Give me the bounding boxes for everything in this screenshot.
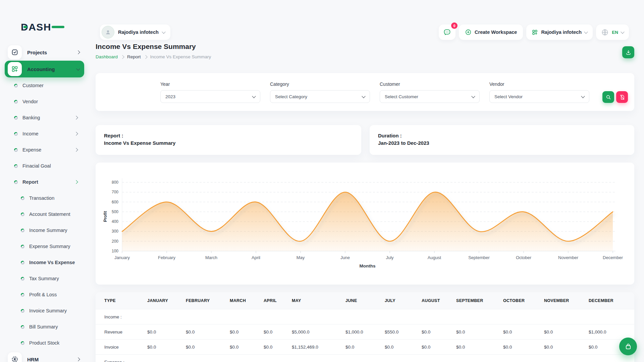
sidebar-item-tax-summary[interactable]: Tax Summary — [0, 270, 89, 287]
table-cell: $550.0 — [385, 329, 422, 335]
store-fab-button[interactable] — [619, 338, 637, 355]
sidebar-item-vendor[interactable]: Vendor — [0, 94, 89, 110]
language-selector[interactable]: EN — [596, 24, 629, 40]
sidebar-item-banking[interactable]: Banking — [0, 110, 89, 126]
table-cell: $1,152,469.0 — [292, 345, 345, 350]
year-select-value: 2023 — [165, 94, 175, 99]
duration-card-title: Duration : — [378, 132, 626, 139]
globe-icon — [601, 28, 609, 36]
svg-text:100: 100 — [112, 249, 118, 253]
sidebar-item-label: Projects — [27, 50, 47, 55]
table-cell: $0.0 — [503, 345, 544, 350]
sidebar-item-label: Accounting — [27, 66, 55, 72]
sidebar-item-finacial-goal[interactable]: Finacial Goal — [0, 158, 89, 174]
messages-badge: 0 — [451, 22, 458, 29]
table-cell: $0.0 — [147, 345, 186, 350]
sidebar-item-account-statement[interactable]: Account Statement — [0, 206, 89, 222]
messages-button[interactable]: 0 — [439, 24, 455, 40]
main-content: Rajodiya infotech 0 Create Workspace — [96, 0, 634, 362]
sidebar-item-expense-summary[interactable]: Expense Summary — [0, 238, 89, 254]
income-expense-table: TYPEJANUARYFEBRUARYMARCHAPRILMAYJUNEJULY… — [96, 292, 634, 362]
workspace-selector[interactable]: Rajodiya infotech — [100, 24, 170, 40]
category-select[interactable]: Select Category — [270, 90, 370, 103]
sidebar-item-customer[interactable]: Customer — [0, 77, 89, 94]
sidebar-item-report[interactable]: Report — [0, 174, 89, 190]
table-cell: $0.0 — [503, 329, 544, 335]
sidebar-item-label: Customer — [22, 83, 44, 88]
sidebar-item-label: Invoice Summary — [29, 308, 67, 313]
sidebar-item-expense[interactable]: Expense — [0, 142, 89, 158]
svg-text:September: September — [468, 255, 490, 260]
report-card-value: Income Vs Expense Summary — [104, 139, 353, 147]
download-button[interactable] — [622, 46, 634, 58]
table-cell: $0.0 — [186, 329, 230, 335]
sidebar-item-projects[interactable]: Projects — [5, 44, 84, 61]
table-row-label: Invoice — [104, 345, 147, 350]
chevron-right-icon — [144, 55, 147, 59]
sidebar-item-label: Tax Summary — [29, 276, 59, 281]
filter-card: Year 2023 Category Select Category Custo… — [96, 73, 634, 111]
svg-text:300: 300 — [112, 229, 118, 234]
company-selector[interactable]: Rajodiya infotech — [526, 24, 593, 40]
sidebar-item-profit-and-loss[interactable]: Profit & Loss — [0, 287, 89, 303]
create-workspace-label: Create Workspace — [475, 29, 517, 35]
apply-filter-button[interactable] — [602, 91, 614, 103]
checkbox-icon — [8, 45, 22, 59]
report-card-title: Report : — [104, 132, 353, 139]
sidebar-item-product-stock[interactable]: Product Stock — [0, 335, 89, 351]
bullet-icon — [21, 325, 24, 329]
bullet-icon — [21, 196, 24, 200]
create-workspace-button[interactable]: Create Workspace — [459, 24, 523, 40]
svg-text:May: May — [297, 255, 305, 260]
table-header-cell: OCTOBER — [503, 298, 544, 303]
sidebar-item-bill-summary[interactable]: Bill Summary — [0, 319, 89, 335]
chevron-down-icon — [76, 67, 80, 70]
sidebar-item-income[interactable]: Income — [0, 126, 89, 142]
sidebar-item-label: HRM — [27, 357, 39, 362]
breadcrumb-dashboard[interactable]: Dashboard — [96, 54, 118, 59]
chevron-down-icon — [162, 30, 165, 34]
sidebar: DASH Projects Accoun — [0, 0, 89, 362]
chevron-right-icon — [74, 180, 78, 184]
sidebar-item-invoice-summary[interactable]: Invoice Summary — [0, 303, 89, 319]
table-row: Income : — [96, 309, 634, 324]
sidebar-item-label: Product Stock — [29, 340, 59, 346]
sidebar-item-income-vs-expense[interactable]: Income Vs Expense — [0, 254, 89, 270]
svg-text:June: June — [340, 255, 350, 260]
grid-plus-icon — [532, 29, 538, 36]
bullet-icon — [21, 309, 24, 313]
language-code: EN — [612, 30, 618, 35]
bullet-icon — [21, 213, 24, 216]
app-logo[interactable]: DASH — [21, 21, 65, 34]
sidebar-item-transaction[interactable]: Transaction — [0, 190, 89, 206]
year-select[interactable]: 2023 — [160, 90, 260, 103]
table-cell: $0.0 — [230, 329, 264, 335]
customer-select[interactable]: Select Customer — [380, 90, 480, 103]
chevron-right-icon — [74, 148, 78, 152]
breadcrumb-report[interactable]: Report — [127, 54, 141, 59]
sidebar-item-label: Account Statement — [29, 212, 70, 217]
sidebar-item-hrm[interactable]: HRM — [5, 351, 84, 362]
table-row-label: Expense : — [104, 360, 147, 362]
profit-area-chart: 100200300400500600700800JanuaryFebruaryM… — [96, 163, 634, 285]
table-cell: $0.0 — [264, 345, 292, 350]
table-header-cell: MAY — [292, 298, 345, 303]
company-name: Rajodiya infotech — [541, 29, 582, 35]
svg-text:November: November — [558, 255, 579, 260]
table-row: Expense : — [96, 354, 634, 362]
filter-field-vendor: Vendor Select Vendor — [489, 81, 589, 103]
table-header-cell: JANUARY — [147, 298, 186, 303]
table-header-cell: MARCH — [230, 298, 264, 303]
sidebar-item-accounting[interactable]: Accounting — [5, 61, 84, 77]
topbar-actions: 0 Create Workspace Rajodiya infotech — [439, 24, 629, 40]
bullet-icon — [14, 100, 18, 104]
reset-icon — [619, 94, 625, 100]
bullet-icon — [21, 277, 24, 281]
chevron-down-icon — [584, 30, 588, 34]
vendor-select[interactable]: Select Vendor — [489, 90, 589, 103]
reset-filter-button[interactable] — [616, 91, 628, 103]
sidebar-item-income-summary[interactable]: Income Summary — [0, 222, 89, 238]
chat-icon — [443, 28, 451, 36]
table-row-label: Revenue — [104, 329, 147, 335]
table-cell: $0.0 — [186, 345, 230, 350]
